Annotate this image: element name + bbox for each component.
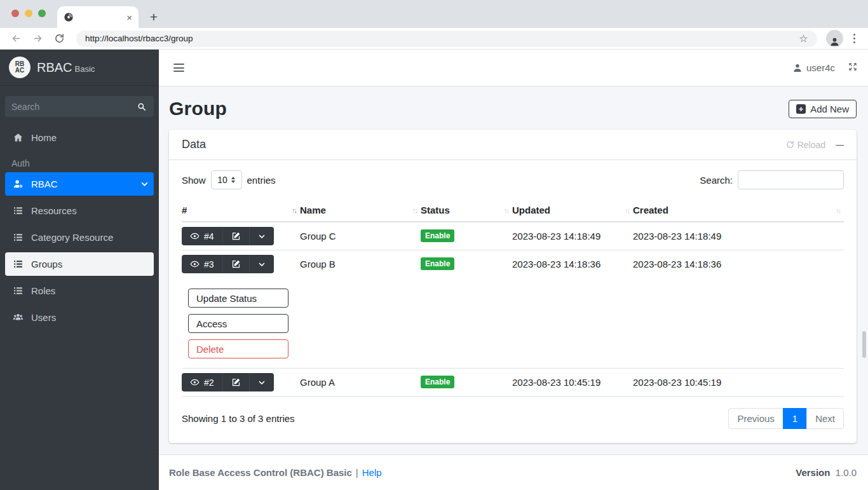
column-header-id[interactable]: #↑↓ bbox=[182, 200, 300, 222]
window-minimize-button[interactable] bbox=[25, 10, 32, 17]
edit-icon bbox=[231, 231, 241, 241]
sort-icon: ↑↓ bbox=[836, 207, 840, 214]
pagination-previous[interactable]: Previous bbox=[728, 408, 783, 429]
bookmark-star-icon[interactable]: ☆ bbox=[799, 34, 808, 44]
status-badge: Enable bbox=[421, 229, 454, 242]
eye-icon bbox=[190, 231, 200, 241]
edit-icon bbox=[231, 259, 241, 269]
browser-reload-icon[interactable] bbox=[51, 31, 67, 47]
row-dropdown-menu: Update Status Access Delete bbox=[188, 289, 288, 358]
sidebar-item-resources[interactable]: Resources bbox=[5, 199, 154, 222]
sort-icon: ↑↓ bbox=[412, 207, 417, 214]
chevron-down-icon bbox=[258, 261, 266, 268]
version-value: 1.0.0 bbox=[836, 467, 857, 478]
help-link[interactable]: Help bbox=[362, 467, 382, 478]
page-length-select[interactable]: 10 bbox=[211, 170, 242, 189]
main-area: user4c Group + Add New Data bbox=[159, 50, 868, 490]
url-text[interactable]: http://localhost/rbacc3/group bbox=[85, 34, 193, 43]
groups-table: #↑↓ Name↑↓ Status↑↓ Updated↑↓ Created↑↓ bbox=[182, 200, 844, 397]
cell-name: Group C bbox=[300, 222, 421, 250]
sidebar-toggle-icon[interactable] bbox=[169, 60, 189, 76]
row-dropdown-toggle[interactable] bbox=[249, 255, 274, 273]
list-icon bbox=[10, 259, 25, 269]
table-row: #3 bbox=[182, 250, 844, 369]
sort-icon: ↑↓ bbox=[292, 207, 296, 214]
list-icon bbox=[10, 232, 25, 243]
browser-back-icon[interactable] bbox=[8, 31, 24, 47]
delete-button[interactable]: Delete bbox=[188, 339, 288, 358]
browser-forward-icon[interactable] bbox=[29, 31, 46, 47]
update-status-button[interactable]: Update Status bbox=[188, 289, 288, 308]
window-controls bbox=[11, 10, 46, 17]
sidebar-item-users[interactable]: Users bbox=[5, 306, 154, 329]
content: Group + Add New Data Reload bbox=[159, 86, 868, 454]
sidebar-item-roles[interactable]: Roles bbox=[5, 279, 154, 303]
sidebar-item-category-resource[interactable]: Category Resource bbox=[5, 226, 154, 249]
row-dropdown-toggle[interactable] bbox=[249, 227, 274, 245]
collapse-minus-icon[interactable]: — bbox=[836, 140, 844, 149]
scrollbar-thumb[interactable] bbox=[862, 331, 866, 358]
browser-menu-icon[interactable] bbox=[850, 31, 859, 46]
window-zoom-button[interactable] bbox=[38, 10, 46, 17]
select-caret-icon bbox=[231, 177, 235, 183]
status-badge: Enable bbox=[421, 376, 454, 388]
edit-button[interactable] bbox=[222, 227, 249, 245]
reload-button[interactable]: Reload bbox=[786, 140, 825, 150]
view-button[interactable]: #2 bbox=[182, 373, 222, 391]
footer-app-name: Role Base Access Control (RBAC) Basic bbox=[169, 467, 352, 478]
brand[interactable]: RB AC RBACBasic bbox=[0, 50, 159, 86]
cell-created: 2023-08-23 14:18:36 bbox=[633, 250, 844, 369]
eye-icon bbox=[190, 378, 200, 387]
version-label: Version bbox=[796, 467, 830, 478]
username: user4c bbox=[806, 62, 835, 73]
user-menu[interactable]: user4c bbox=[792, 62, 835, 73]
table-search-input[interactable] bbox=[738, 170, 844, 189]
pagination: Previous 1 Next bbox=[728, 408, 844, 429]
plus-icon: + bbox=[796, 104, 806, 114]
edit-button[interactable] bbox=[222, 255, 249, 273]
row-dropdown-toggle[interactable] bbox=[249, 373, 274, 391]
pagination-page-1[interactable]: 1 bbox=[783, 408, 807, 429]
entries-label: entries bbox=[247, 175, 276, 186]
cell-updated: 2023-08-23 14:18:49 bbox=[512, 222, 633, 250]
window-close-button[interactable] bbox=[11, 10, 19, 17]
sidebar-search-button[interactable] bbox=[130, 96, 154, 117]
new-tab-button[interactable]: + bbox=[145, 8, 163, 26]
brand-title: RBACBasic bbox=[37, 60, 95, 75]
row-action-group: #2 bbox=[182, 373, 274, 391]
user-cog-icon bbox=[10, 179, 25, 189]
column-header-created[interactable]: Created↑↓ bbox=[633, 200, 844, 222]
column-header-name[interactable]: Name↑↓ bbox=[300, 200, 421, 222]
pagination-next[interactable]: Next bbox=[806, 408, 844, 429]
tab-close-icon[interactable]: × bbox=[126, 13, 132, 22]
row-action-group: #4 bbox=[182, 227, 274, 245]
column-header-status[interactable]: Status↑↓ bbox=[421, 200, 512, 222]
refresh-icon bbox=[786, 140, 794, 149]
cell-name: Group B bbox=[300, 250, 421, 369]
users-icon bbox=[10, 312, 25, 323]
fullscreen-icon[interactable] bbox=[848, 62, 858, 74]
sidebar-item-home[interactable]: Home bbox=[5, 126, 154, 149]
sidebar-item-groups[interactable]: Groups bbox=[5, 252, 154, 276]
row-action-group: #3 bbox=[182, 255, 274, 273]
eye-icon bbox=[190, 259, 200, 269]
add-new-button[interactable]: + Add New bbox=[789, 100, 857, 118]
view-button[interactable]: #4 bbox=[182, 227, 222, 245]
list-icon bbox=[10, 285, 25, 296]
access-button[interactable]: Access bbox=[188, 314, 288, 333]
edit-icon bbox=[231, 378, 241, 387]
edit-button[interactable] bbox=[222, 373, 249, 391]
chevron-down-icon bbox=[140, 180, 149, 188]
sort-icon: ↑↓ bbox=[625, 207, 629, 214]
table-row: #2 bbox=[182, 369, 844, 397]
view-button[interactable]: #3 bbox=[182, 255, 222, 273]
chevron-down-icon bbox=[258, 233, 266, 240]
cell-created: 2023-08-23 10:45:19 bbox=[633, 369, 844, 397]
sidebar-item-rbac[interactable]: RBAC bbox=[5, 172, 154, 196]
address-bar[interactable]: http://localhost/rbacc3/group ☆ bbox=[76, 31, 817, 47]
show-label: Show bbox=[182, 175, 206, 186]
browser-tab[interactable]: × bbox=[57, 6, 139, 28]
browser-profile-avatar[interactable] bbox=[826, 30, 843, 47]
sidebar-search-input[interactable] bbox=[5, 96, 130, 117]
column-header-updated[interactable]: Updated↑↓ bbox=[512, 200, 633, 222]
